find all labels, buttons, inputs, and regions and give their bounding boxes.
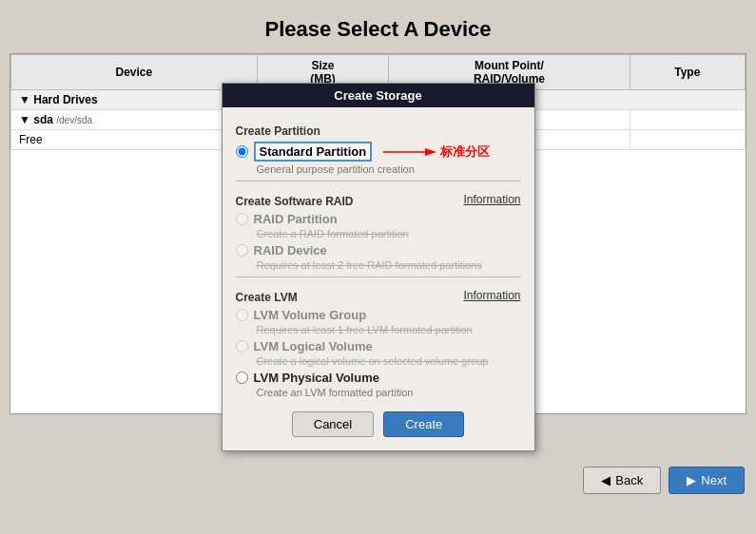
modal-create-button[interactable]: Create (383, 411, 464, 437)
page-title-area: Please Select A Device (0, 0, 756, 53)
sda-row: ▼ sda /dev/sda (11, 110, 258, 130)
create-storage-modal: Create Storage Create Partition Standard… (222, 83, 535, 451)
lvm-volume-group-option[interactable]: LVM Volume Group (236, 308, 521, 322)
modal-footer: Cancel Create (236, 411, 521, 437)
page-title: Please Select A Device (0, 17, 756, 42)
free-row: Free (11, 130, 258, 150)
svg-marker-1 (425, 148, 436, 156)
lvm-physical-volume-label: LVM Physical Volume (254, 371, 379, 385)
next-icon: ▶ (687, 473, 696, 487)
next-label: Next (701, 473, 727, 487)
raid-partition-option[interactable]: RAID Partition (236, 212, 521, 226)
back-button[interactable]: ◀ Back (583, 467, 661, 494)
raid-partition-label: RAID Partition (254, 212, 338, 226)
raid-device-option[interactable]: RAID Device (236, 243, 521, 257)
lvm-logical-volume-label: LVM Logical Volume (254, 339, 373, 353)
lvm-volume-group-label: LVM Volume Group (254, 308, 367, 322)
raid-device-sublabel: Requires at least 2 free RAID formated p… (257, 259, 521, 271)
standard-partition-option[interactable]: Standard Partition 标准分区 (236, 142, 521, 162)
col-device: Device (11, 55, 258, 90)
lvm-physical-volume-option[interactable]: LVM Physical Volume (236, 371, 521, 385)
standard-partition-label: Standard Partition (254, 142, 373, 162)
standard-partition-sublabel: General purpose partition creation (257, 163, 521, 175)
lvm-volume-group-sublabel: Requires at least 1 free LVM formated pa… (257, 324, 521, 335)
lvm-logical-volume-option[interactable]: LVM Logical Volume (236, 339, 521, 353)
main-content: Device Size(MB) Mount Point/RAID/Volume … (10, 53, 746, 414)
raid-device-label: RAID Device (254, 243, 327, 257)
annotation-container: 标准分区 (383, 143, 490, 161)
lvm-logical-volume-sublabel: Create a logical volume on selected volu… (257, 355, 521, 367)
modal-cancel-button[interactable]: Cancel (292, 411, 374, 437)
lvm-logical-volume-radio[interactable] (236, 340, 248, 353)
lvm-info-link[interactable]: Information (463, 289, 520, 302)
annotation-text: 标准分区 (440, 143, 490, 161)
annotation-arrow-icon (383, 144, 440, 160)
lvm-section-label: Create LVM (236, 291, 298, 304)
raid-info-link[interactable]: Information (463, 193, 520, 206)
next-button[interactable]: ▶ Next (669, 467, 745, 494)
partition-section-label: Create Partition (236, 124, 521, 138)
raid-partition-sublabel: Create a RAID formated partition (257, 228, 521, 239)
modal-body: Create Partition Standard Partition 标准分区… (223, 107, 534, 450)
lvm-volume-group-radio[interactable] (236, 309, 248, 321)
raid-device-radio[interactable] (236, 244, 248, 257)
raid-section-label: Create Software RAID (236, 195, 354, 208)
raid-partition-radio[interactable] (236, 213, 248, 225)
modal-titlebar: Create Storage (223, 84, 534, 107)
standard-partition-radio[interactable] (236, 145, 248, 158)
lvm-physical-volume-radio[interactable] (236, 372, 248, 384)
lvm-physical-volume-sublabel: Create an LVM formatted partition (257, 387, 521, 398)
back-label: Back (615, 473, 643, 487)
nav-bar: ◀ Back ▶ Next (0, 459, 756, 502)
lvm-section-row: Create LVM Information (236, 283, 521, 308)
raid-section-row: Create Software RAID Information (236, 187, 521, 212)
back-icon: ◀ (601, 473, 611, 487)
col-type: Type (630, 55, 745, 90)
